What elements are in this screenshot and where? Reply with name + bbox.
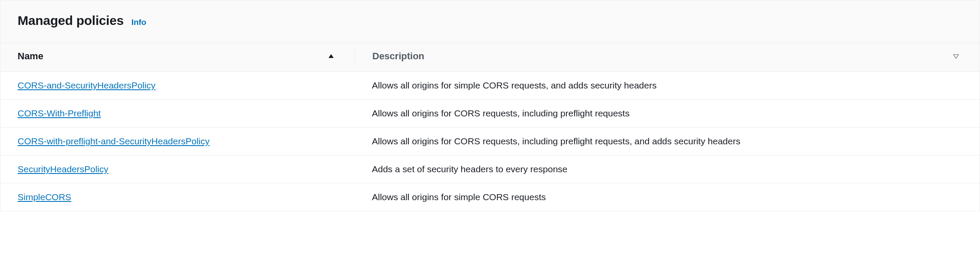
table-row: CORS-with-preflight-and-SecurityHeadersP… [0,128,980,155]
svg-marker-1 [953,55,959,58]
policy-link[interactable]: CORS-and-SecurityHeadersPolicy [18,80,155,90]
cell-name: CORS-with-preflight-and-SecurityHeadersP… [0,128,355,155]
table-row: CORS-With-Preflight Allows all origins f… [0,100,980,128]
cell-description: Allows all origins for simple CORS reque… [355,183,980,211]
panel-header: Managed policies Info [0,0,980,43]
table-row: SecurityHeadersPolicy Adds a set of secu… [0,155,980,183]
policy-link[interactable]: CORS-With-Preflight [18,108,101,118]
cell-name: CORS-With-Preflight [0,100,355,127]
column-header-name[interactable]: Name [0,43,355,71]
cell-description: Allows all origins for CORS requests, in… [355,100,980,127]
svg-marker-0 [329,54,334,58]
cell-description: Adds a set of security headers to every … [355,155,980,183]
cell-name: SecurityHeadersPolicy [0,155,355,183]
table-header-row: Name Description [0,43,980,72]
panel-title: Managed policies [18,13,124,28]
column-header-description[interactable]: Description [355,43,980,71]
table-row: SimpleCORS Allows all origins for simple… [0,183,980,211]
info-link[interactable]: Info [131,18,146,27]
column-header-description-label: Description [372,51,424,62]
sort-inactive-icon [952,52,960,60]
cell-description: Allows all origins for CORS requests, in… [355,128,980,155]
policy-link[interactable]: SimpleCORS [18,192,71,202]
cell-name: SimpleCORS [0,183,355,211]
table-row: CORS-and-SecurityHeadersPolicy Allows al… [0,72,980,100]
column-header-name-label: Name [18,51,43,62]
cell-name: CORS-and-SecurityHeadersPolicy [0,72,355,99]
cell-description: Allows all origins for simple CORS reque… [355,72,980,99]
policy-link[interactable]: CORS-with-preflight-and-SecurityHeadersP… [18,136,210,146]
managed-policies-panel: Managed policies Info Name Description C… [0,0,980,211]
sort-ascending-icon [327,52,335,60]
policy-link[interactable]: SecurityHeadersPolicy [18,164,108,174]
